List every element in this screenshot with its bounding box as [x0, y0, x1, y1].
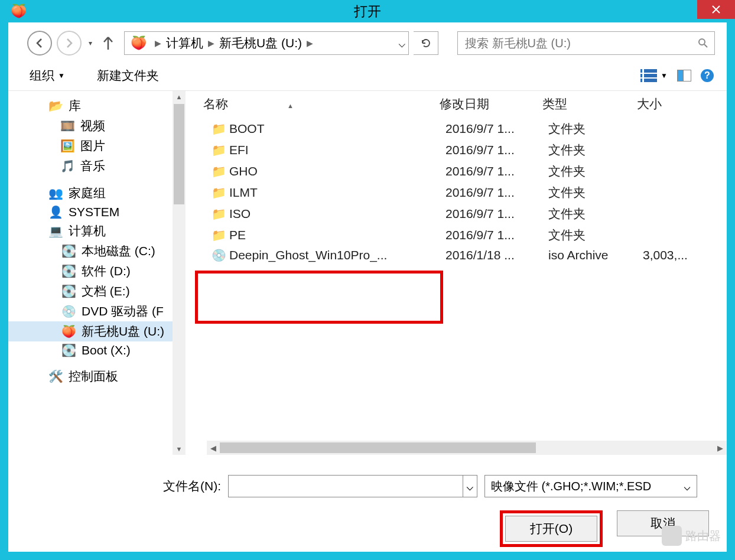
sidebar-item-music[interactable]: 🎵音乐	[8, 156, 186, 176]
file-date: 2016/9/7 1...	[445, 207, 548, 221]
address-dropdown[interactable]: ⌵	[398, 36, 406, 50]
sidebar: 📂库 🎞️视频 🖼️图片 🎵音乐 👥家庭组 👤SYSTEM 💻计算机 💽本地磁盘…	[8, 91, 186, 455]
filename-dropdown[interactable]: ⌵	[463, 475, 477, 497]
file-row[interactable]: 💿Deepin_Ghost_Win10Pro_...2016/1/18 ...i…	[212, 246, 727, 265]
scroll-left-icon[interactable]: ◀	[207, 444, 220, 452]
toolbar: 组织 ▼ 新建文件夹 ▼ ?	[8, 60, 727, 91]
hscroll-thumb[interactable]	[220, 442, 536, 453]
up-button[interactable]	[102, 35, 115, 51]
arrow-up-icon	[102, 35, 115, 51]
file-row[interactable]: 📁GHO2016/9/7 1...文件夹	[212, 161, 727, 182]
sidebar-item-homegroup[interactable]: 👥家庭组	[8, 183, 186, 203]
open-button[interactable]: 打开(O)	[505, 516, 597, 542]
chevron-right-icon: ▶	[208, 38, 214, 48]
file-type: 文件夹	[548, 142, 643, 158]
file-row[interactable]: 📁BOOT2016/9/7 1...文件夹	[212, 118, 727, 139]
location-icon: 🍑	[131, 35, 147, 51]
forward-button[interactable]	[57, 31, 82, 56]
file-row[interactable]: 📁ILMT2016/9/7 1...文件夹	[212, 182, 727, 203]
file-icon: 📁	[212, 228, 229, 242]
highlight-annotation: 打开(O)	[500, 510, 603, 547]
preview-pane-button[interactable]	[677, 70, 691, 82]
file-icon: 💿	[212, 248, 229, 262]
sidebar-item-pictures[interactable]: 🖼️图片	[8, 136, 186, 156]
scroll-right-icon[interactable]: ▶	[714, 444, 727, 452]
filetype-select[interactable]: 映像文件 (*.GHO;*.WIM;*.ESD ⌵	[484, 475, 697, 497]
sort-indicator-icon: ▲	[287, 102, 294, 109]
address-bar[interactable]: 🍑 ▶ 计算机 ▶ 新毛桃U盘 (U:) ▶ ⌵	[124, 31, 409, 55]
column-headers: 名称▲ 修改日期 类型 大小	[186, 91, 727, 118]
organize-dropdown[interactable]: ▼	[58, 71, 65, 80]
file-row[interactable]: 📁ISO2016/9/7 1...文件夹	[212, 203, 727, 224]
sidebar-item-computer[interactable]: 💻计算机	[8, 221, 186, 241]
search-box[interactable]	[457, 31, 715, 55]
chevron-right-icon: ▶	[307, 38, 313, 48]
file-icon: 📁	[212, 143, 229, 157]
file-icon: 📁	[212, 122, 229, 136]
file-date: 2016/9/7 1...	[445, 122, 548, 136]
sidebar-item-control-panel[interactable]: 🛠️控制面板	[8, 366, 186, 386]
file-size: 3,003,...	[643, 248, 702, 262]
header-size[interactable]: 大小	[637, 96, 696, 112]
picture-icon: 🖼️	[60, 139, 74, 153]
new-folder-button[interactable]: 新建文件夹	[97, 67, 159, 84]
video-icon: 🎞️	[60, 119, 74, 133]
chevron-down-icon: ⌵	[684, 479, 691, 493]
sidebar-item-videos[interactable]: 🎞️视频	[8, 116, 186, 136]
crumb-computer[interactable]: 计算机	[166, 35, 203, 51]
sidebar-item-drive-e[interactable]: 💽文档 (E:)	[8, 281, 186, 301]
scroll-down-icon[interactable]: ▼	[173, 443, 186, 455]
filename-label: 文件名(N):	[163, 478, 221, 494]
header-type[interactable]: 类型	[542, 96, 637, 112]
header-date[interactable]: 修改日期	[440, 96, 542, 112]
watermark: 路由器	[662, 526, 721, 546]
scroll-up-icon[interactable]: ▲	[173, 91, 186, 103]
search-icon	[698, 38, 708, 48]
sidebar-item-drive-c[interactable]: 💽本地磁盘 (C:)	[8, 241, 186, 261]
help-button[interactable]: ?	[701, 69, 714, 82]
sidebar-item-system[interactable]: 👤SYSTEM	[8, 203, 186, 221]
sidebar-scrollbar[interactable]: ▲ ▼	[173, 91, 186, 455]
file-name: GHO	[229, 164, 445, 178]
sidebar-item-usb[interactable]: 🍑新毛桃U盘 (U:)	[8, 321, 186, 341]
scroll-thumb[interactable]	[174, 104, 184, 204]
file-row[interactable]: 📁EFI2016/9/7 1...文件夹	[212, 139, 727, 161]
crumb-drive[interactable]: 新毛桃U盘 (U:)	[219, 35, 302, 51]
chevron-down-icon: ▼	[661, 71, 668, 80]
svg-point-0	[699, 39, 705, 45]
close-button[interactable]	[697, 0, 735, 19]
refresh-icon	[421, 38, 431, 48]
computer-icon: 💻	[48, 224, 63, 238]
library-icon: 📂	[48, 99, 63, 113]
file-date: 2016/9/7 1...	[445, 164, 548, 178]
sidebar-item-drive-d[interactable]: 💽软件 (D:)	[8, 261, 186, 281]
file-row[interactable]: 📁PE2016/9/7 1...文件夹	[212, 224, 727, 246]
bottom-section: 文件名(N): ⌵ 映像文件 (*.GHO;*.WIM;*.ESD ⌵ 打开(O…	[8, 455, 727, 559]
file-date: 2016/9/7 1...	[445, 143, 548, 157]
horizontal-scrollbar[interactable]: ◀ ▶	[207, 441, 727, 455]
refresh-button[interactable]	[414, 31, 438, 55]
watermark-icon	[662, 526, 682, 546]
filename-input[interactable]	[228, 475, 463, 497]
search-input[interactable]	[464, 36, 698, 51]
drive-icon: 💽	[61, 343, 76, 357]
back-button[interactable]	[27, 31, 52, 56]
header-name[interactable]: 名称▲	[203, 96, 440, 112]
file-name: ISO	[229, 207, 445, 221]
file-date: 2016/1/18 ...	[445, 248, 548, 262]
sidebar-item-boot[interactable]: 💽Boot (X:)	[8, 341, 186, 359]
history-dropdown[interactable]: ▾	[89, 39, 92, 47]
view-icon	[640, 69, 657, 82]
sidebar-item-library[interactable]: 📂库	[8, 96, 186, 116]
file-name: BOOT	[229, 122, 445, 136]
file-type: 文件夹	[548, 163, 643, 180]
view-button[interactable]: ▼	[640, 69, 668, 82]
arrow-left-icon	[34, 38, 45, 48]
filetype-label: 映像文件 (*.GHO;*.WIM;*.ESD	[491, 478, 651, 494]
window-title: 打开	[0, 2, 735, 21]
music-icon: 🎵	[60, 159, 74, 173]
organize-button[interactable]: 组织	[30, 67, 54, 84]
file-name: ILMT	[229, 185, 445, 200]
file-icon: 📁	[212, 185, 229, 200]
sidebar-item-dvd[interactable]: 💿DVD 驱动器 (F	[8, 301, 186, 321]
